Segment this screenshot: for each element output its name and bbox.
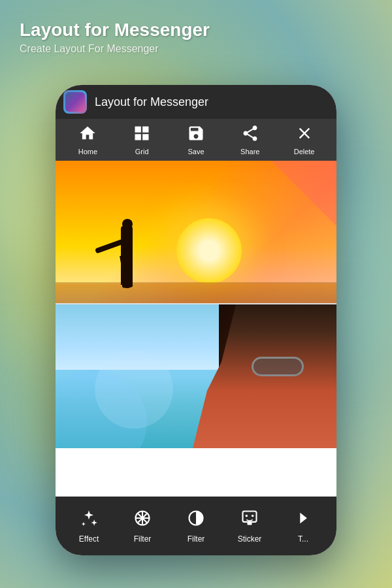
- bottom-filter1-label: Filter: [134, 534, 152, 544]
- toolbar-share-label: Share: [240, 148, 259, 155]
- toolbar-home[interactable]: Home: [61, 124, 115, 155]
- bottom-toolbar: Effect Filter Filter: [56, 497, 336, 555]
- photos-area: [56, 161, 336, 448]
- photo-top[interactable]: [56, 161, 336, 304]
- aperture-icon: [133, 509, 152, 531]
- bottom-sticker-label: Sticker: [238, 534, 262, 544]
- bottom-more-label: T...: [298, 534, 308, 544]
- phone-frame: Layout for Messenger Home Grid: [56, 85, 336, 555]
- effect-icon: [80, 509, 98, 531]
- page-subtitle: Create Layout For Messenger: [20, 43, 210, 55]
- page-title: Layout for Messenger: [20, 20, 210, 41]
- chevron-right-icon: [294, 509, 312, 531]
- bottom-filter2[interactable]: Filter: [169, 509, 223, 544]
- silhouette-head: [122, 219, 133, 229]
- toolbar-delete-label: Delete: [294, 148, 315, 155]
- toolbar-delete[interactable]: Delete: [277, 124, 331, 155]
- share-icon: [241, 124, 259, 145]
- svg-point-8: [252, 514, 254, 517]
- page-header: Layout for Messenger Create Layout For M…: [20, 20, 210, 55]
- toolbar-save[interactable]: Save: [169, 124, 223, 155]
- delete-icon: [295, 124, 314, 145]
- toolbar-grid-label: Grid: [135, 148, 149, 155]
- woman-glasses: [252, 357, 304, 376]
- toolbar-share[interactable]: Share: [223, 124, 277, 155]
- svg-rect-9: [248, 521, 252, 525]
- app-bar-title: Layout for Messenger: [95, 95, 208, 109]
- half-circle-icon: [187, 509, 205, 531]
- toolbar-save-label: Save: [188, 148, 204, 155]
- beach-circle2: [95, 350, 173, 429]
- sticker-icon: [240, 509, 259, 531]
- geo-triangle: [258, 161, 336, 239]
- app-bar: Layout for Messenger: [56, 85, 336, 119]
- toolbar-grid[interactable]: Grid: [115, 124, 169, 155]
- app-icon-inner: [65, 92, 85, 112]
- save-icon: [187, 124, 205, 145]
- water-element: [56, 284, 336, 303]
- home-icon: [78, 124, 97, 145]
- svg-point-7: [246, 514, 248, 517]
- bottom-filter2-label: Filter: [188, 534, 205, 544]
- photo-bottom[interactable]: [56, 304, 336, 448]
- main-toolbar: Home Grid Save Share: [56, 119, 336, 161]
- bottom-effect[interactable]: Effect: [62, 509, 116, 544]
- bottom-sticker[interactable]: Sticker: [223, 509, 276, 544]
- woman-figure: [193, 304, 336, 448]
- silhouette-body: [121, 226, 133, 285]
- sun-element: [176, 218, 242, 284]
- bottom-filter1[interactable]: Filter: [116, 509, 169, 544]
- toolbar-home-label: Home: [78, 148, 97, 155]
- grid-icon: [133, 124, 151, 145]
- bottom-effect-label: Effect: [79, 534, 99, 544]
- geo-overlay: [258, 161, 336, 239]
- bottom-more[interactable]: T...: [276, 509, 330, 544]
- silhouette: [108, 200, 160, 285]
- app-icon: [63, 90, 87, 114]
